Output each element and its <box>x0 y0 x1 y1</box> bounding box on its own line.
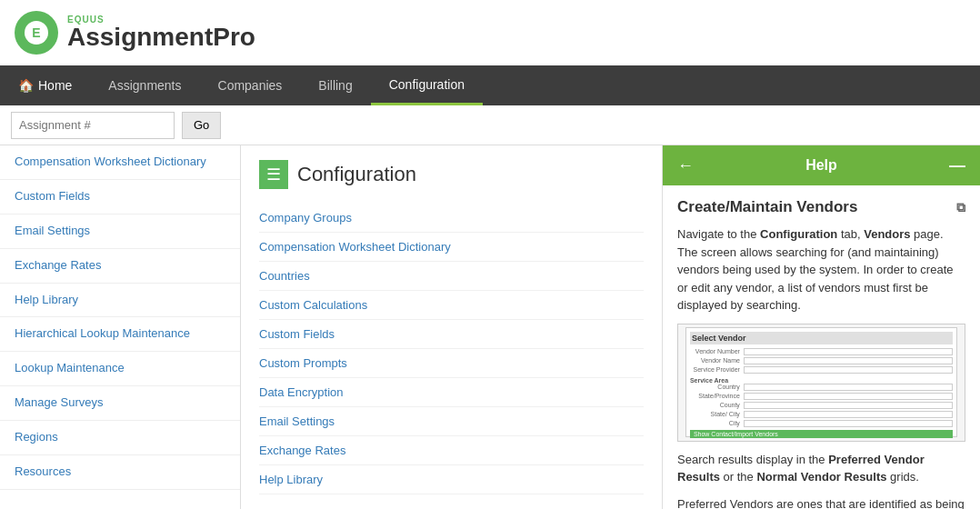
svg-text:E: E <box>32 25 40 40</box>
config-item-compensation-worksheet[interactable]: Compensation Worksheet Dictionary <box>259 233 644 262</box>
center-panel: ☰ Configuration Company Groups Compensat… <box>241 145 662 509</box>
logo-icon: E <box>15 11 58 55</box>
config-item-data-encryption[interactable]: Data Encryption <box>259 378 644 407</box>
help-text-1: Navigate to the Configuration tab, Vendo… <box>677 225 965 314</box>
sidebar-item-help-library[interactable]: Help Library <box>0 284 240 318</box>
home-icon: 🏠 <box>18 78 34 93</box>
nav-configuration-label: Configuration <box>389 77 465 92</box>
sidebar-item-compensation-worksheet[interactable]: Compensation Worksheet Dictionary <box>0 145 240 180</box>
help-header: ← Help — <box>663 145 980 185</box>
logo-bar: E EQUUS AssignmentPro <box>0 0 980 65</box>
search-input[interactable] <box>11 112 175 139</box>
nav-billing-label: Billing <box>318 78 352 93</box>
nav-bar: 🏠 Home Assignments Companies Billing Con… <box>0 65 980 105</box>
sidebar-item-hierarchical-lookup[interactable]: Hierarchical Lookup Maintenance <box>0 317 240 352</box>
config-item-custom-prompts[interactable]: Custom Prompts <box>259 349 644 378</box>
config-item-custom-fields[interactable]: Custom Fields <box>259 320 644 349</box>
config-icon-symbol: ☰ <box>266 165 281 185</box>
help-section-title: Create/Maintain Vendors ⧉ <box>677 198 965 216</box>
config-item-email-settings[interactable]: Email Settings <box>259 407 644 436</box>
sidebar-item-exchange-rates[interactable]: Exchange Rates <box>0 249 240 284</box>
sidebar-item-custom-fields[interactable]: Custom Fields <box>0 180 240 215</box>
config-item-custom-calculations[interactable]: Custom Calculations <box>259 291 644 320</box>
config-item-countries[interactable]: Countries <box>259 262 644 291</box>
help-header-title: Help <box>805 157 837 174</box>
help-body: Create/Maintain Vendors ⧉ Navigate to th… <box>663 185 980 509</box>
help-text-3: Preferred Vendors are ones that are iden… <box>677 495 965 510</box>
sidebar-item-lookup-maintenance[interactable]: Lookup Maintenance <box>0 352 240 386</box>
help-panel: ← Help — Create/Maintain Vendors ⧉ Navig… <box>662 145 980 509</box>
nav-companies-label: Companies <box>218 78 283 93</box>
config-item-company-groups[interactable]: Company Groups <box>259 204 644 233</box>
help-minimize-button[interactable]: — <box>949 156 965 175</box>
sidebar: Compensation Worksheet Dictionary Custom… <box>0 145 241 509</box>
nav-home-label: Home <box>38 78 72 93</box>
sidebar-item-regions[interactable]: Regions <box>0 421 240 455</box>
config-item-exchange-rates[interactable]: Exchange Rates <box>259 436 644 465</box>
config-header: ☰ Configuration <box>259 160 644 189</box>
help-screenshot: Select Vendor Vendor Number Vendor Name … <box>677 324 965 442</box>
go-button[interactable]: Go <box>182 112 221 139</box>
nav-assignments-label: Assignments <box>108 78 181 93</box>
search-bar: Go <box>0 105 980 145</box>
logo-name-label: AssignmentPro <box>67 25 255 50</box>
nav-item-assignments[interactable]: Assignments <box>90 65 199 105</box>
config-title: Configuration <box>297 163 416 186</box>
config-item-help-library[interactable]: Help Library <box>259 465 644 494</box>
sidebar-item-email-settings[interactable]: Email Settings <box>0 215 240 249</box>
help-back-button[interactable]: ← <box>677 156 694 175</box>
sidebar-item-manage-surveys[interactable]: Manage Surveys <box>0 386 240 421</box>
nav-item-companies[interactable]: Companies <box>200 65 301 105</box>
help-text-2: Search results display in the Preferred … <box>677 451 965 486</box>
nav-item-configuration[interactable]: Configuration <box>371 65 483 105</box>
nav-item-billing[interactable]: Billing <box>300 65 370 105</box>
sidebar-item-resources[interactable]: Resources <box>0 455 240 490</box>
nav-item-home[interactable]: 🏠 Home <box>0 65 90 105</box>
config-icon: ☰ <box>259 160 288 189</box>
logo-text: EQUUS AssignmentPro <box>67 15 255 50</box>
screenshot-mockup-inner: Select Vendor Vendor Number Vendor Name … <box>685 327 957 438</box>
help-external-link[interactable]: ⧉ <box>956 200 965 215</box>
main-layout: Compensation Worksheet Dictionary Custom… <box>0 145 980 509</box>
